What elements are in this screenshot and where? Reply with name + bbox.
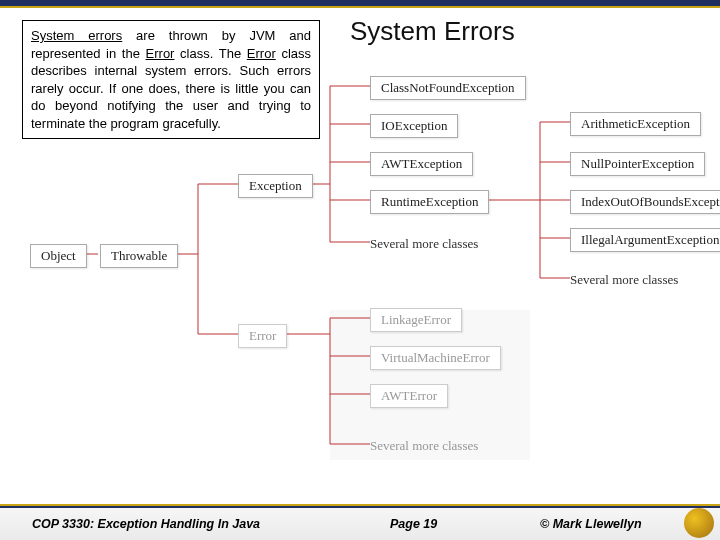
node-error: Error: [238, 324, 287, 348]
node-arithmetic: ArithmeticException: [570, 112, 701, 136]
node-object: Object: [30, 244, 87, 268]
more-runtime: Several more classes: [570, 272, 678, 288]
node-vmerror: VirtualMachineError: [370, 346, 501, 370]
node-throwable: Throwable: [100, 244, 178, 268]
more-exception: Several more classes: [370, 236, 478, 252]
node-awterror: AWTError: [370, 384, 448, 408]
node-runtimeexception: RuntimeException: [370, 190, 489, 214]
node-awtexception: AWTException: [370, 152, 473, 176]
class-hierarchy-diagram: Object Throwable Exception Error ClassNo…: [0, 56, 720, 476]
footer-page: Page 19: [390, 517, 437, 531]
top-gold-line: [0, 6, 720, 8]
more-error: Several more classes: [370, 438, 478, 454]
underline-system-errors: System errors: [31, 28, 122, 43]
node-exception: Exception: [238, 174, 313, 198]
node-ioexception: IOException: [370, 114, 458, 138]
node-indexoob: IndexOutOfBoundsException: [570, 190, 720, 214]
slide-footer: COP 3330: Exception Handling In Java Pag…: [0, 506, 720, 540]
node-linkage: LinkageError: [370, 308, 462, 332]
slide-title: System Errors: [350, 16, 515, 47]
node-nullpointer: NullPointerException: [570, 152, 705, 176]
footer-copyright: © Mark Llewellyn: [540, 517, 642, 531]
ucf-logo-icon: [684, 508, 714, 538]
node-illegalarg: IllegalArgumentException: [570, 228, 720, 252]
footer-course: COP 3330: Exception Handling In Java: [32, 517, 260, 531]
node-classnotfound: ClassNotFoundException: [370, 76, 526, 100]
